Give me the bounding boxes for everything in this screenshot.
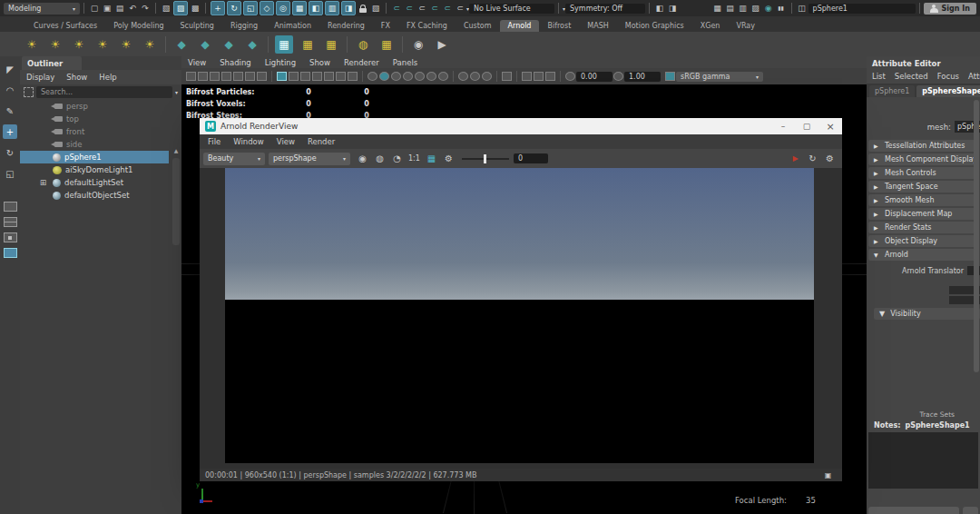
curve-tool-icon[interactable]: ◇ — [260, 1, 274, 15]
ae-menu-focus[interactable]: Focus — [937, 72, 959, 81]
outliner-item-persp[interactable]: persp — [20, 100, 181, 113]
paint-select-tool-icon[interactable]: ✎ — [3, 104, 17, 118]
mask-icon[interactable] — [545, 72, 555, 81]
paste-view-icon[interactable] — [534, 72, 544, 81]
open-scene-button[interactable]: ▣ — [101, 2, 113, 15]
aa-samples-slider[interactable] — [462, 158, 509, 160]
attribute-editor-scrollbar[interactable] — [974, 100, 979, 372]
menu-set-selector[interactable]: Modeling ▾ — [4, 3, 80, 15]
mesh-light-icon[interactable]: ☀ — [70, 35, 88, 54]
save-image-icon[interactable]: ▣ — [821, 469, 835, 482]
outliner-item-aiskydomelight1[interactable]: aiSkyDomeLight1 — [20, 163, 181, 176]
shelf-tab-sculpting[interactable]: Sculpting — [172, 20, 222, 32]
shelf-tab-arnold[interactable]: Arnold — [500, 20, 540, 32]
save-scene-button[interactable]: ▤ — [113, 2, 126, 15]
flush-texture-cache-icon[interactable]: ▦ — [322, 35, 340, 54]
shelf-tab-curves-surfaces[interactable]: Curves / Surfaces — [25, 20, 105, 32]
pause-ipr-icon[interactable]: ▮▮ — [775, 2, 788, 15]
film-gate-icon[interactable] — [289, 72, 299, 81]
outliner-item-top[interactable]: top — [20, 113, 181, 125]
undo-button[interactable]: ↶ — [126, 2, 139, 15]
2d-pan-zoom-icon[interactable] — [245, 72, 255, 81]
section-mesh-component-display[interactable]: ▶ Mesh Component Display — [868, 153, 978, 165]
panel-menu-shading[interactable]: Shading — [220, 58, 251, 67]
panel-menu-show[interactable]: Show — [309, 58, 330, 67]
outliner-menu-show[interactable]: Show — [66, 73, 87, 82]
safe-title-icon[interactable] — [348, 72, 358, 81]
isolate-select-icon[interactable] — [482, 72, 492, 81]
field-chart-icon[interactable] — [324, 72, 334, 81]
panel-menu-view[interactable]: View — [188, 58, 206, 67]
section-displacement-map[interactable]: ▶ Displacement Map — [868, 208, 978, 220]
screen-space-ao-icon[interactable] — [426, 72, 436, 81]
physical-sky-icon[interactable]: ☀ — [141, 35, 159, 54]
gamma-icon[interactable] — [613, 72, 623, 81]
ipr-render-icon[interactable]: ▥ — [737, 2, 750, 15]
outliner-item-side[interactable]: side — [20, 138, 181, 151]
renderview-titlebar[interactable]: M Arnold RenderView – ▢ × — [200, 118, 842, 134]
cluster-tool-icon[interactable]: ▥ — [325, 1, 339, 15]
render-settings-icon[interactable]: ▦ — [711, 2, 724, 15]
start-render-icon[interactable]: ▶ — [789, 152, 802, 165]
copy-view-icon[interactable] — [522, 72, 532, 81]
section-object-display[interactable]: ▶ Object Display — [868, 235, 978, 247]
snap-view-plane-icon[interactable]: ⊂ — [441, 2, 454, 15]
textured-icon[interactable] — [391, 72, 401, 81]
skydome-light-icon[interactable]: ☀ — [23, 35, 41, 54]
texture-repo-icon[interactable]: ▦ — [299, 35, 317, 54]
tab-psphere1[interactable]: pSphere1 — [869, 85, 915, 97]
layout-persp-outliner-button[interactable] — [4, 232, 17, 242]
section-visibility[interactable]: ▼ Visibility — [874, 308, 980, 320]
selection-filter-icon[interactable] — [24, 87, 34, 97]
snap-curve-icon[interactable]: ⊂ — [403, 2, 416, 15]
section-tangent-space[interactable]: ▶ Tangent Space — [868, 181, 978, 193]
shaded-icon[interactable] — [379, 72, 389, 81]
light-portal-icon[interactable]: ☀ — [117, 35, 135, 54]
area-light-icon[interactable]: ☀ — [46, 35, 64, 54]
exposure-icon[interactable] — [565, 72, 575, 81]
wrap-tool-icon[interactable]: ◨ — [341, 1, 356, 15]
select-hierarchy-icon[interactable]: ▧ — [160, 2, 172, 15]
lock-icon[interactable] — [359, 5, 367, 13]
shelf-tab-bifrost[interactable]: Bifrost — [539, 20, 579, 32]
scroll-up-icon[interactable]: ▲ — [172, 147, 180, 153]
greasepencil-icon[interactable] — [257, 72, 267, 81]
section-render-stats[interactable]: ▶ Render Stats — [868, 222, 978, 233]
use-all-lights-icon[interactable] — [403, 72, 413, 81]
shelf-tab-poly-modeling[interactable]: Poly Modeling — [105, 20, 172, 32]
select-button[interactable] — [868, 507, 959, 514]
curve-collector-icon[interactable]: ◆ — [220, 35, 238, 54]
select-tool-icon[interactable]: ◤ — [3, 62, 17, 76]
slider-handle[interactable] — [484, 154, 486, 163]
snap-projected-center-icon[interactable]: ⊂ — [428, 2, 441, 15]
new-scene-button[interactable]: ▢ — [88, 2, 101, 15]
outliner-item-psphere1[interactable]: pSphere1 — [20, 151, 169, 163]
outliner-search-input[interactable]: Search... — [36, 86, 172, 98]
renderview-menu-file[interactable]: File — [208, 137, 220, 146]
shelf-tab-fx-caching[interactable]: FX Caching — [398, 20, 456, 32]
xray-icon[interactable] — [502, 72, 512, 81]
gate-mask-icon[interactable] — [312, 72, 322, 81]
layout-single-pane-button[interactable] — [4, 202, 17, 212]
soft-mod-icon[interactable]: ◧ — [309, 1, 323, 15]
ae-menu-list[interactable]: List — [872, 72, 886, 81]
render-settings-gear-icon[interactable]: ⚙ — [823, 152, 837, 165]
shelf-tab-rigging[interactable]: Rigging — [222, 20, 266, 32]
scale-tool-icon[interactable]: ◱ — [243, 1, 258, 15]
panel-menu-panels[interactable]: Panels — [393, 58, 417, 67]
depth-of-field-icon[interactable] — [470, 72, 480, 81]
layout-icon[interactable]: ◫ — [796, 2, 808, 15]
colorspace-dropdown[interactable]: sRGB gamma ▾ — [676, 72, 763, 82]
renderview-menu-view[interactable]: View — [277, 137, 295, 146]
motion-blur-icon[interactable] — [438, 72, 448, 81]
render-sequence-icon[interactable]: ▨ — [750, 2, 762, 15]
section-tessellation-attributes[interactable]: ▶ Tessellation Attributes — [868, 140, 978, 152]
panel-menu-renderer[interactable]: Renderer — [344, 58, 379, 67]
move-tool-icon[interactable]: + — [211, 1, 225, 15]
aa-samples-field[interactable]: 0 — [514, 153, 548, 163]
shelf-tab-custom[interactable]: Custom — [456, 20, 500, 32]
shelf-tab-animation[interactable]: Animation — [266, 20, 319, 32]
panel-window-icon[interactable]: ◨ — [666, 2, 679, 15]
sign-in-button[interactable]: Sign In — [924, 3, 976, 15]
exposure-field[interactable]: 0.00 — [576, 72, 612, 82]
